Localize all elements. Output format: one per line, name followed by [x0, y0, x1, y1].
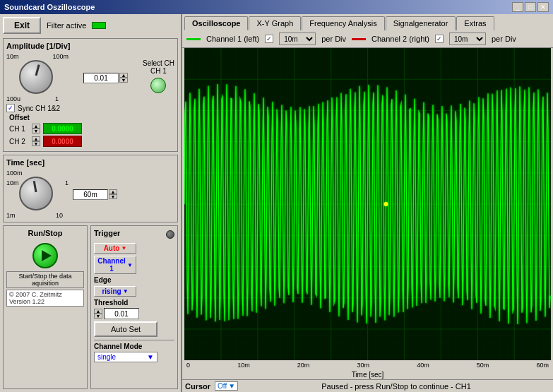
minimize-button[interactable]: _ — [512, 2, 523, 12]
sync-row: ✓ Sync CH 1&2 — [6, 104, 174, 112]
threshold-input[interactable] — [104, 308, 139, 319]
x-label-0: 0 — [186, 362, 190, 369]
filter-active-indicator — [92, 22, 106, 29]
ch2-offset-spin[interactable]: ▲ ▼ — [32, 136, 40, 146]
time-spin-up[interactable]: ▲ — [109, 189, 117, 194]
filter-label: Filter active — [47, 21, 86, 30]
x-label-10m: 10m — [237, 362, 250, 369]
tab-oscilloscope[interactable]: Oscilloscope — [184, 16, 248, 30]
cursor-label: Cursor — [185, 382, 210, 391]
run-stop-button[interactable] — [32, 243, 58, 268]
tab-signal-gen[interactable]: Signalgenerator — [386, 16, 456, 30]
amplitude-value[interactable]: 0.01 — [83, 73, 119, 83]
x-axis-title: Time [sec] — [184, 370, 551, 379]
ch1-offset-label: CH 1 — [9, 125, 29, 133]
time-section: Time [sec] 100m 1 1m 10m 10 60m ▲ ▼ — [3, 155, 178, 222]
maximize-button[interactable]: □ — [525, 2, 536, 12]
ch1-checkbox[interactable]: ✓ — [265, 35, 273, 43]
time-label-br: 10 — [56, 212, 63, 219]
ch1-per-div-select[interactable]: 10m 1m 100m — [279, 32, 316, 45]
trigger-mode-button[interactable]: Auto ▼ — [94, 243, 136, 254]
amplitude-title: Amplitude [1/Div] — [6, 42, 174, 50]
channel-mode-dropdown[interactable]: single ▼ — [94, 352, 157, 362]
ch1-offset-input[interactable] — [43, 123, 82, 134]
x-axis-labels: 0 10m 20m 30m 40m 50m 60m — [184, 360, 551, 370]
window-controls: _ □ ✕ — [512, 2, 549, 12]
time-spin[interactable]: ▲ ▼ — [109, 189, 117, 199]
x-label-40m: 40m — [417, 362, 429, 369]
ch2-checkbox[interactable]: ✓ — [435, 35, 444, 43]
amp-label-tl: 10m — [6, 53, 19, 60]
edge-label: Edge — [94, 276, 122, 284]
ch2-per-div-select[interactable]: 10m 1m 100m — [449, 32, 486, 45]
channel-mode-label: Channel Mode — [94, 343, 174, 350]
ch1-offset-spin-down[interactable]: ▼ — [32, 129, 40, 133]
channel-mode-arrow: ▼ — [147, 353, 154, 361]
title-bar: Soundcard Oszilloscope _ □ ✕ — [0, 0, 553, 14]
ch2-per-div-label: per Div — [492, 35, 516, 43]
ch1-offset-spin-up[interactable]: ▲ — [32, 124, 40, 129]
ch1-offset-row: CH 1 ▲ ▼ — [9, 123, 174, 134]
ch2-line-indicator — [352, 38, 366, 40]
channel-mode-value: single — [97, 353, 116, 361]
channel-mode-section: Channel Mode single ▼ — [94, 340, 174, 362]
ch2-offset-spin-up[interactable]: ▲ — [32, 136, 40, 141]
x-label-60m: 60m — [536, 362, 549, 369]
amplitude-spin-down[interactable]: ▼ — [119, 78, 128, 83]
scope-display — [184, 48, 551, 360]
close-button[interactable]: ✕ — [537, 2, 549, 12]
amplitude-row: 10m 100m 100u 1 0.01 ▲ ▼ — [6, 53, 174, 102]
sync-label: Sync CH 1&2 — [18, 105, 60, 112]
time-label-right: 1 — [65, 179, 69, 186]
copyright: © 2007 C. Zeitmitz Version 1.22 — [6, 290, 84, 307]
ch1-led — [150, 78, 166, 93]
tab-xy-graph[interactable]: X-Y Graph — [249, 16, 301, 30]
cursor-dropdown[interactable]: Off ▼ — [215, 381, 238, 391]
x-axis-container: 0 10m 20m 30m 40m 50m 60m Time [sec] — [182, 360, 553, 379]
ch1-legend-label: Channel 1 (left) — [206, 35, 259, 43]
amplitude-knob[interactable] — [19, 60, 53, 94]
threshold-spin[interactable]: ▲ ▼ — [94, 309, 102, 319]
tab-frequency[interactable]: Frequency Analysis — [302, 16, 384, 30]
auto-set-button[interactable]: Auto Set — [94, 321, 157, 337]
x-label-50m: 50m — [477, 362, 489, 369]
amp-label-bl: 100u — [6, 95, 20, 102]
amplitude-spinner: 0.01 ▲ ▼ — [83, 73, 128, 83]
right-panel: Oscilloscope X-Y Graph Frequency Analysi… — [182, 14, 553, 392]
trigger-channel-button[interactable]: Channel 1 ▼ — [94, 256, 136, 274]
cursor-value: Off — [218, 382, 227, 390]
select-ch-area: Select CH CH 1 — [143, 59, 174, 96]
time-knob[interactable] — [19, 177, 53, 210]
main-container: Exit Filter active Amplitude [1/Div] 10m… — [0, 14, 553, 392]
bottom-row: Run/Stop Start/Stop the data aquisition … — [3, 225, 178, 389]
ch2-offset-spin-down[interactable]: ▼ — [32, 141, 40, 146]
threshold-spin-down[interactable]: ▼ — [94, 314, 102, 319]
amplitude-value-area: 0.01 ▲ ▼ — [83, 73, 128, 83]
amplitude-knob-area: 10m 100m 100u 1 — [6, 53, 69, 102]
trigger-section: Trigger Auto ▼ Channel 1 ▼ Edge — [90, 225, 178, 389]
ch1-line-indicator — [186, 38, 201, 40]
trigger-header: Trigger — [94, 229, 174, 240]
exit-button[interactable]: Exit — [3, 17, 41, 34]
ch1-offset-spin[interactable]: ▲ ▼ — [32, 124, 40, 133]
time-knob-area: 100m 1 1m 10m 10 — [6, 170, 69, 219]
play-icon — [42, 250, 52, 261]
app-title: Soundcard Oszilloscope — [4, 3, 95, 11]
trigger-edge-button[interactable]: rising ▼ — [94, 286, 136, 297]
sync-checkbox[interactable]: ✓ — [6, 104, 15, 112]
tab-extras[interactable]: Extras — [456, 16, 494, 30]
trigger-edge-arrow: ▼ — [123, 288, 129, 295]
amplitude-spin-up[interactable]: ▲ — [119, 73, 128, 78]
cursor-arrow: ▼ — [228, 382, 235, 390]
amp-label-tr: 100m — [52, 53, 69, 60]
bottom-bar: Cursor Off ▼ Paused - press Run/Stop to … — [182, 379, 553, 392]
time-value-area: 60m ▲ ▼ — [73, 189, 117, 200]
threshold-row: ▲ ▼ — [94, 308, 174, 319]
x-label-30m: 30m — [357, 362, 369, 369]
time-spin-down[interactable]: ▼ — [109, 194, 117, 199]
time-value[interactable]: 60m — [73, 189, 108, 200]
amplitude-spin[interactable]: ▲ ▼ — [119, 73, 128, 83]
time-row: 100m 1 1m 10m 10 60m ▲ ▼ — [6, 170, 174, 219]
threshold-spin-up[interactable]: ▲ — [94, 309, 102, 314]
ch2-offset-input[interactable] — [43, 136, 82, 147]
